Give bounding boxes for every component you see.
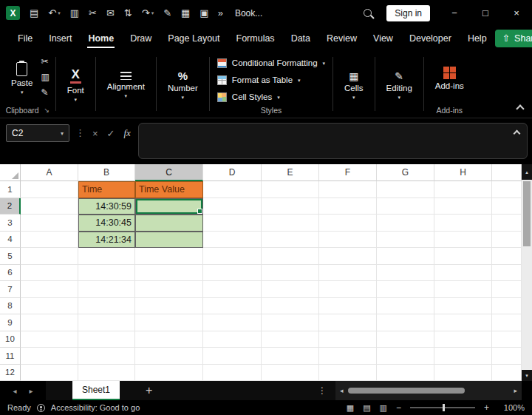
column-header-D[interactable]: D <box>203 164 262 181</box>
scroll-up-button[interactable]: ▴ <box>522 164 532 180</box>
cell-F2[interactable] <box>319 198 377 215</box>
cell-H3[interactable] <box>434 215 492 232</box>
horizontal-scrollbar[interactable]: ◂ ▸ <box>335 381 522 400</box>
cell-A4[interactable] <box>21 232 78 249</box>
tab-page-layout[interactable]: Page Layout <box>160 26 228 50</box>
cell-F1[interactable] <box>319 181 377 198</box>
cell-A8[interactable] <box>21 298 78 315</box>
cell-F8[interactable] <box>319 298 377 315</box>
tab-developer[interactable]: Developer <box>401 26 460 50</box>
next-sheet-button[interactable]: ▸ <box>30 387 33 395</box>
cell-D9[interactable] <box>203 314 262 331</box>
cell-C2[interactable] <box>135 198 203 215</box>
zoom-slider[interactable] <box>410 407 475 408</box>
column-header-A[interactable]: A <box>21 164 78 181</box>
cell-partial-row-1[interactable] <box>492 181 522 198</box>
cell-G5[interactable] <box>377 248 434 265</box>
search-icon[interactable] <box>364 9 372 17</box>
cell-E11[interactable] <box>262 348 319 365</box>
cell-G7[interactable] <box>377 281 434 298</box>
cell-D12[interactable] <box>203 365 262 382</box>
row-header-4[interactable]: 4 <box>0 232 21 249</box>
maximize-button[interactable]: □ <box>470 0 501 26</box>
cell-H2[interactable] <box>434 198 492 215</box>
cell-H10[interactable] <box>434 331 492 348</box>
vertical-scrollbar[interactable]: ▴ ▾ <box>522 164 532 381</box>
number-button[interactable]: % Number ▾ <box>161 53 205 118</box>
row-header-8[interactable]: 8 <box>0 298 21 315</box>
cell-H8[interactable] <box>434 298 492 315</box>
accessibility-icon[interactable] <box>37 404 45 412</box>
cell-F6[interactable] <box>319 265 377 282</box>
cell-F7[interactable] <box>319 281 377 298</box>
cell-C7[interactable] <box>135 281 203 298</box>
tab-view[interactable]: View <box>365 26 401 50</box>
cell-E9[interactable] <box>262 314 319 331</box>
cell-D2[interactable] <box>203 198 262 215</box>
undo-button[interactable]: ↶▾ <box>48 7 60 18</box>
column-header-F[interactable]: F <box>319 164 377 181</box>
conditional-formatting-button[interactable]: Conditional Formatting▾ <box>217 55 325 70</box>
cell-B12[interactable] <box>78 365 135 382</box>
horizontal-scroll-thumb[interactable] <box>348 388 465 394</box>
scroll-down-button[interactable]: ▾ <box>522 370 532 381</box>
cell-E5[interactable] <box>262 248 319 265</box>
cell-G10[interactable] <box>377 331 434 348</box>
scroll-left-button[interactable]: ◂ <box>340 387 344 394</box>
cell-partial-row-9[interactable] <box>492 314 522 331</box>
cell-D6[interactable] <box>203 265 262 282</box>
column-header-C[interactable]: C <box>135 164 203 181</box>
sign-in-button[interactable]: Sign in <box>386 5 430 21</box>
cell-C9[interactable] <box>135 314 203 331</box>
chevron-down-icon[interactable]: ▾ <box>61 130 64 137</box>
enter-icon[interactable]: ✓ <box>107 128 115 139</box>
cell-E2[interactable] <box>262 198 319 215</box>
cell-F9[interactable] <box>319 314 377 331</box>
cut-button-qat[interactable]: ✂ <box>89 7 97 18</box>
cell-B2[interactable]: 14:30:59 <box>78 198 135 215</box>
cell-C3[interactable] <box>135 215 203 232</box>
cell-E8[interactable] <box>262 298 319 315</box>
zoom-level[interactable]: 100% <box>498 403 525 412</box>
tab-insert[interactable]: Insert <box>41 26 80 50</box>
cell-H4[interactable] <box>434 232 492 249</box>
cell-C10[interactable] <box>135 331 203 348</box>
cell-H12[interactable] <box>434 365 492 382</box>
cell-G4[interactable] <box>377 232 434 249</box>
tab-review[interactable]: Review <box>318 26 365 50</box>
cell-partial-row-6[interactable] <box>492 265 522 282</box>
scroll-right-button[interactable]: ▸ <box>514 387 517 394</box>
row-header-7[interactable]: 7 <box>0 281 21 298</box>
sheet-tab-sheet1[interactable]: Sheet1 <box>72 381 120 400</box>
cell-A9[interactable] <box>21 314 78 331</box>
sort-button[interactable]: ⇅ <box>124 7 132 18</box>
cells-button[interactable]: ▦ Cells ▾ <box>338 53 370 118</box>
cell-B10[interactable] <box>78 331 135 348</box>
cell-partial-row-5[interactable] <box>492 248 522 265</box>
cell-C6[interactable] <box>135 265 203 282</box>
cell-G12[interactable] <box>377 365 434 382</box>
cell-C4[interactable] <box>135 232 203 249</box>
cell-E4[interactable] <box>262 232 319 249</box>
row-header-11[interactable]: 11 <box>0 348 21 365</box>
minimize-button[interactable]: − <box>439 0 470 26</box>
cell-partial-row-3[interactable] <box>492 215 522 232</box>
cell-B8[interactable] <box>78 298 135 315</box>
cell-G9[interactable] <box>377 314 434 331</box>
format-as-table-button[interactable]: Format as Table▾ <box>217 72 325 87</box>
cell-F3[interactable] <box>319 215 377 232</box>
column-header-partial[interactable] <box>492 164 522 181</box>
camera-button[interactable]: ▣ <box>200 7 208 18</box>
cell-D11[interactable] <box>203 348 262 365</box>
tab-file[interactable]: File <box>10 26 41 50</box>
cell-C5[interactable] <box>135 248 203 265</box>
cell-E6[interactable] <box>262 265 319 282</box>
tab-home[interactable]: Home <box>80 26 122 50</box>
column-header-H[interactable]: H <box>434 164 492 181</box>
cell-partial-row-10[interactable] <box>492 331 522 348</box>
cell-C8[interactable] <box>135 298 203 315</box>
toolbar-overflow-button[interactable]: » <box>218 7 223 18</box>
cell-A5[interactable] <box>21 248 78 265</box>
cell-A1[interactable] <box>21 181 78 198</box>
row-header-3[interactable]: 3 <box>0 215 21 232</box>
